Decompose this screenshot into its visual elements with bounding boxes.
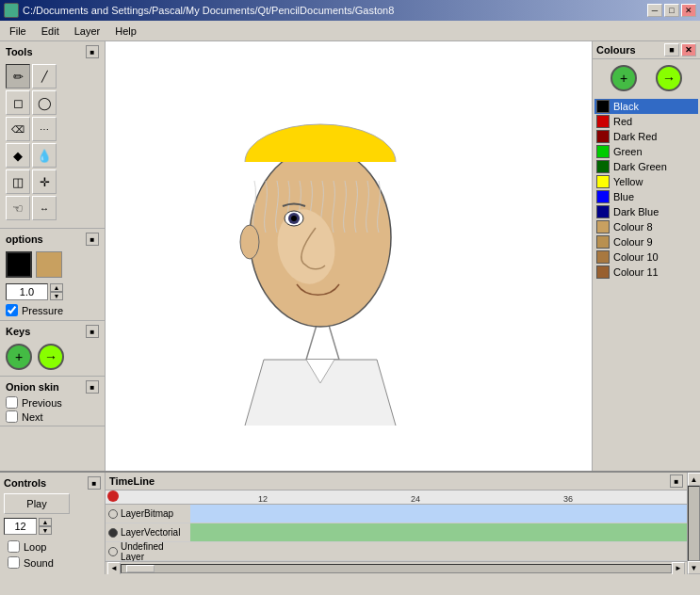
drawing-canvas[interactable] [106,41,592,471]
close-button[interactable]: ✕ [681,4,696,17]
colour-item[interactable]: Colour 8 [594,219,698,234]
track-area[interactable] [190,542,687,560]
timeline-scrollbar-v[interactable]: ▲ ▼ [687,473,700,574]
menu-bar: File Edit Layer Help [0,21,700,41]
scroll-track-v[interactable] [688,486,700,561]
colour-swatch-small [596,205,610,218]
key-nav-btn[interactable]: → [38,344,64,370]
colour-swatch-small [596,235,610,249]
title-bar: C:/Documents and Settings/Pascal/My Docu… [0,0,700,21]
fps-input[interactable] [4,518,37,535]
scroll-right-btn[interactable]: ► [672,562,685,575]
spin-up[interactable]: ▲ [50,283,63,292]
tool-fill[interactable]: ◆ [6,143,30,168]
fps-down[interactable]: ▼ [39,526,52,535]
tool-rect[interactable]: ◻ [6,90,30,115]
tool-eyedrop[interactable]: 💧 [32,143,57,168]
menu-help[interactable]: Help [107,24,144,39]
scroll-up-btn[interactable]: ▲ [688,473,701,486]
track-area[interactable] [190,505,687,523]
timeline-scrollbar-h[interactable]: ◄ ► [106,561,687,574]
keys-collapse[interactable]: ■ [86,325,99,338]
tool-zoom[interactable]: ↔ [32,196,57,220]
keys-label: Keys [6,326,30,337]
colour-item[interactable]: Red [594,114,698,129]
menu-layer[interactable]: Layer [67,24,108,39]
scroll-thumb-h[interactable] [126,565,155,572]
size-spinbox[interactable] [6,283,48,300]
colour-item[interactable]: Colour 9 [594,234,698,249]
track-name: LayerBitmap [121,508,173,519]
colour-name: Colour 10 [613,251,659,263]
colour-item[interactable]: Black [594,99,698,114]
pressure-checkbox[interactable] [6,304,18,316]
colours-close-btn[interactable]: ✕ [681,43,696,56]
play-button[interactable]: Play [4,493,70,514]
canvas-area[interactable] [106,41,592,471]
scroll-track-h[interactable] [121,564,672,573]
colours-float-btn[interactable]: ■ [664,43,679,56]
track-label: LayerBitmap [106,508,190,519]
fps-up[interactable]: ▲ [39,518,52,526]
sound-checkbox[interactable] [8,556,20,569]
timeline-track: LayerVectorial [106,523,687,542]
colour-item[interactable]: Colour 11 [594,265,698,280]
controls-label: Controls [4,477,46,489]
colour-name: Yellow [613,176,643,187]
scroll-down-btn[interactable]: ▼ [688,561,701,574]
track-area[interactable] [190,523,687,541]
timeline-float-btn[interactable]: ■ [670,474,683,488]
minimize-button[interactable]: ─ [647,4,662,17]
tool-select[interactable]: ◫ [6,169,30,194]
colour-name: Dark Red [613,131,657,142]
options-collapse[interactable]: ■ [86,233,99,246]
onion-collapse[interactable]: ■ [86,380,99,394]
playhead-needle[interactable] [107,490,119,502]
colour-name: Black [613,101,639,112]
tool-smudge[interactable]: ⋯ [32,117,57,141]
tool-eraser[interactable]: ⌫ [6,117,30,141]
previous-label: Previous [22,397,62,409]
loop-label: Loop [24,541,46,553]
colour-name: Red [613,116,632,127]
maximize-button[interactable]: □ [664,4,679,17]
timeline-track: Undefined Layer [106,542,687,561]
foreground-color[interactable] [6,251,32,278]
menu-edit[interactable]: Edit [34,24,67,39]
controls-collapse[interactable]: ■ [88,476,101,490]
colour-swatch-small [596,130,610,143]
key-add-btn[interactable]: + [6,344,32,370]
next-checkbox[interactable] [6,410,18,423]
ruler-mark: 12 [258,494,268,504]
colour-nav-btn[interactable]: → [656,65,682,91]
tools-collapse[interactable]: ■ [86,45,99,58]
scroll-left-btn[interactable]: ◄ [107,562,121,575]
colours-panel: Colours ■ ✕ + → BlackRedDark RedGreenDar… [592,41,700,471]
menu-file[interactable]: File [2,24,34,39]
tool-line[interactable]: ╱ [32,64,57,88]
colour-item[interactable]: Dark Green [594,159,698,174]
colour-swatch-small [596,100,610,113]
colour-item[interactable]: Dark Red [594,129,698,144]
background-color[interactable] [36,251,62,278]
tool-move[interactable]: ✛ [32,169,57,194]
colour-item[interactable]: Yellow [594,174,698,189]
colour-name: Blue [613,191,634,202]
colour-item[interactable]: Dark Blue [594,204,698,219]
tool-ellipse[interactable]: ◯ [32,90,57,115]
tool-pencil[interactable]: ✏ [6,64,30,88]
colour-add-btn[interactable]: + [610,65,637,91]
colour-swatch-small [596,190,610,203]
tool-hand[interactable]: ☜ [6,196,30,220]
track-name: LayerVectorial [121,527,180,538]
timeline-label: TimeLine [109,475,155,487]
colour-item[interactable]: Blue [594,189,698,204]
previous-checkbox[interactable] [6,396,18,409]
loop-checkbox[interactable] [8,540,20,553]
colour-item[interactable]: Colour 10 [594,249,698,265]
spin-down[interactable]: ▼ [50,292,63,300]
tools-label: Tools [6,46,33,57]
colour-item[interactable]: Green [594,144,698,159]
colour-swatch-small [596,220,610,233]
timeline-ruler: 122436 [106,490,687,505]
